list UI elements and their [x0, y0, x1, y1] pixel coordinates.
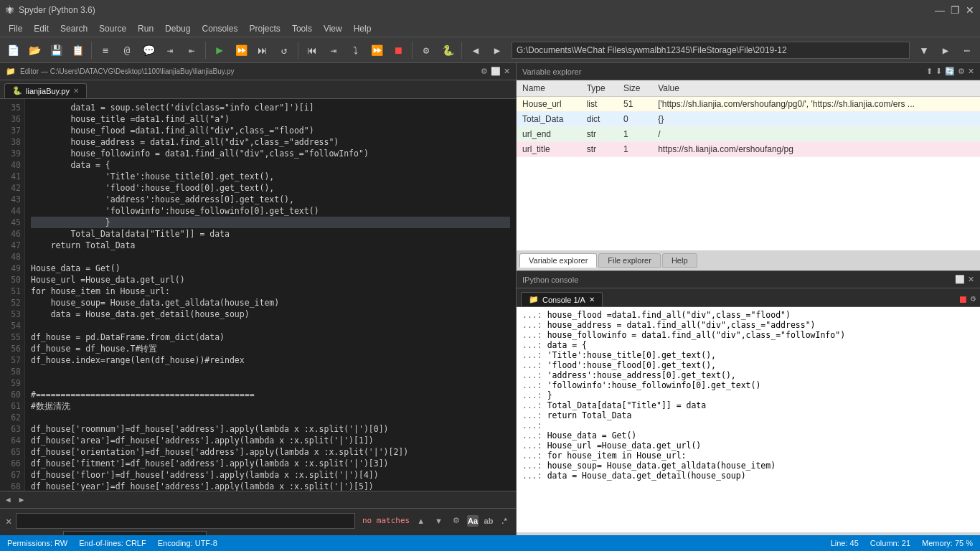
code-line[interactable]: data1 = soup.select('div[class="info cle… — [31, 102, 510, 113]
menu-search[interactable]: Search — [55, 22, 93, 35]
preferences-button[interactable]: ⚙ — [416, 40, 436, 60]
code-line[interactable]: df_house.index=range(len(df_house))#rein… — [31, 354, 510, 366]
var-close-button[interactable]: ✕ — [968, 67, 974, 76]
menu-help[interactable]: Help — [348, 22, 377, 35]
menu-run[interactable]: Run — [132, 22, 159, 35]
menu-consoles[interactable]: Consoles — [196, 22, 243, 35]
debug-step-button[interactable]: ⇥ — [324, 40, 344, 60]
code-line[interactable]: } — [31, 217, 510, 228]
debug-start-button[interactable]: ⏮ — [302, 40, 322, 60]
code-content[interactable]: data1 = soup.select('div[class="info cle… — [25, 99, 516, 491]
col-type[interactable]: Type — [581, 80, 618, 97]
code-line[interactable]: #数据清洗 — [31, 400, 510, 412]
python-button[interactable]: 🐍 — [438, 40, 458, 60]
console-settings-button[interactable]: ⚙ — [971, 293, 976, 305]
code-line[interactable]: house_followinfo = data1.find_all("div",… — [31, 148, 510, 159]
find-next-button[interactable]: ▼ — [432, 515, 446, 527]
console-tab-close[interactable]: ✕ — [589, 296, 595, 303]
table-row[interactable]: Total_Datadict0{} — [517, 112, 980, 127]
code-line[interactable]: house_title =data1.find_all("a") — [31, 113, 510, 125]
debug-continue-button[interactable]: ⏩ — [367, 40, 387, 60]
code-line[interactable]: df_house['orientation']=df_house['addres… — [31, 446, 510, 458]
code-line[interactable]: df_house['area']=df_house['address'].app… — [31, 435, 510, 446]
nav-go-button[interactable]: ▶ — [936, 40, 956, 60]
save-all-button[interactable]: 📋 — [67, 40, 88, 60]
var-upload-button[interactable]: ⬆ — [926, 67, 933, 76]
code-line[interactable]: 'Title':house_title[0].get_text(), — [31, 171, 510, 182]
run-button[interactable]: ▶ — [209, 40, 230, 60]
minimize-button[interactable]: — — [935, 4, 945, 16]
code-line[interactable]: df_house['fitment']=df_house['address'].… — [31, 458, 510, 469]
nav-options-button[interactable]: ⋯ — [957, 40, 977, 60]
col-size[interactable]: Size — [618, 80, 652, 97]
code-line[interactable]: 'flood':house_flood[0].get_text(), — [31, 182, 510, 194]
code-line[interactable]: House_data = Get() — [31, 263, 510, 274]
code-line[interactable]: House_url =House_data.get_url() — [31, 274, 510, 286]
find-input-wrap[interactable] — [16, 513, 355, 529]
find-close-button[interactable]: ✕ — [6, 515, 11, 527]
code-line[interactable]: house_address = data1.find_all("div",cla… — [31, 136, 510, 148]
code-line[interactable]: 'address':house_address[0].get_text(), — [31, 194, 510, 205]
menu-tools[interactable]: Tools — [286, 22, 318, 35]
debug-next-button[interactable]: ⤵ — [345, 40, 365, 60]
code-line[interactable]: for house_item in House_url: — [31, 286, 510, 297]
console-close-button[interactable]: ✕ — [968, 275, 974, 284]
col-name[interactable]: Name — [517, 80, 581, 97]
code-editor[interactable]: 3536373839404142434445464748495051525354… — [0, 99, 516, 508]
code-line[interactable] — [31, 412, 510, 423]
find-regex-button[interactable]: .* — [499, 515, 510, 527]
find-word-button[interactable]: ab — [483, 515, 494, 527]
new-file-button[interactable]: 📄 — [3, 40, 23, 60]
code-line[interactable]: data = { — [31, 159, 510, 171]
console-content[interactable]: ...: house_flood =data1.find_all("div",c… — [517, 307, 980, 532]
close-button[interactable]: ✕ — [966, 4, 974, 16]
editor-settings-icon[interactable]: ⚙ — [481, 67, 488, 76]
editor-header-controls[interactable]: ⚙ ⬜ ✕ — [481, 67, 510, 76]
console-tab-1[interactable]: 📁 Console 1/A ✕ — [521, 292, 603, 306]
menu-source[interactable]: Source — [93, 22, 132, 35]
back-button[interactable]: ◀ — [466, 40, 486, 60]
menu-projects[interactable]: Projects — [244, 22, 286, 35]
code-line[interactable] — [31, 320, 510, 331]
code-line[interactable]: house_soup= House_data.get_alldata(house… — [31, 297, 510, 309]
table-row[interactable]: House_urllist51['https://sh.lianjia.com/… — [517, 97, 980, 112]
col-value[interactable]: Value — [652, 80, 980, 97]
step-button[interactable]: ↺ — [274, 40, 294, 60]
var-refresh-button[interactable]: 🔄 — [945, 67, 955, 76]
indent-button[interactable]: ⇥ — [160, 40, 180, 60]
var-download-button[interactable]: ⬇ — [936, 67, 942, 76]
code-line[interactable]: 'followinfo':house_followinfo[0].get_tex… — [31, 205, 510, 217]
menu-debug[interactable]: Debug — [159, 22, 196, 35]
scroll-left-button[interactable]: ◀ — [3, 495, 14, 504]
editor-tab[interactable]: 🐍 lianjiaBuy.py ✕ — [4, 83, 87, 98]
find-settings-button[interactable]: ⚙ — [450, 514, 463, 527]
run-selection-button[interactable]: ⏭ — [253, 40, 273, 60]
find-prev-button[interactable]: ▲ — [414, 515, 428, 527]
nav-dropdown-button[interactable]: ▼ — [914, 40, 934, 60]
code-line[interactable] — [31, 366, 510, 377]
code-line[interactable]: df_house['year']=df_house['address'].app… — [31, 481, 510, 491]
unindent-button[interactable]: ⇤ — [182, 40, 202, 60]
code-line[interactable] — [31, 251, 510, 263]
list-button[interactable]: ≡ — [95, 40, 116, 60]
comment-button[interactable]: 💬 — [138, 40, 159, 60]
menu-view[interactable]: View — [318, 22, 348, 35]
tab-help[interactable]: Help — [662, 253, 697, 268]
code-line[interactable]: house_flood =data1.find_all("div",class_… — [31, 125, 510, 136]
console-run-button[interactable]: ⏹ — [958, 293, 968, 305]
code-line[interactable]: data = House_data.get_detail(house_soup) — [31, 309, 510, 320]
nav-path-input[interactable] — [512, 42, 910, 59]
var-settings-button[interactable]: ⚙ — [958, 67, 965, 76]
menu-edit[interactable]: Edit — [28, 22, 55, 35]
scroll-right-button[interactable]: ▶ — [17, 495, 27, 504]
code-line[interactable]: Total_Data[data["Title"]] = data — [31, 228, 510, 240]
stop-button[interactable]: ⏹ — [388, 40, 408, 60]
code-line[interactable]: return Total_Data — [31, 240, 510, 251]
code-line[interactable]: df_house = df_house.T#转置 — [31, 343, 510, 354]
at-button[interactable]: @ — [117, 40, 137, 60]
code-line[interactable]: df_house['floor']=df_house['address'].ap… — [31, 469, 510, 481]
open-file-button[interactable]: 📂 — [24, 40, 44, 60]
find-input[interactable] — [19, 516, 352, 525]
save-file-button[interactable]: 💾 — [46, 40, 66, 60]
title-bar-controls[interactable]: — ❐ ✕ — [935, 4, 974, 16]
